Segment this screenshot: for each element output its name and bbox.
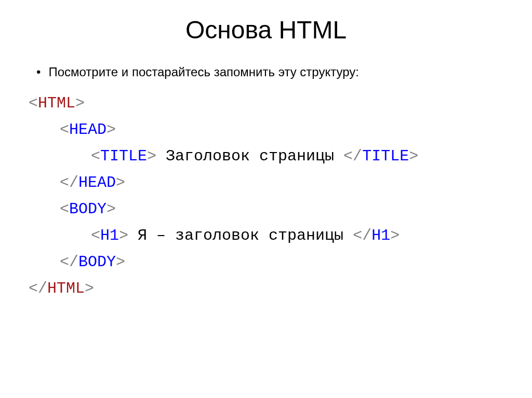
title-text: Заголовок страницы xyxy=(156,147,343,165)
code-block: <HTML> <HEAD> <TITLE> Заголовок страницы… xyxy=(26,90,506,302)
tag-title-close: TITLE xyxy=(362,147,409,165)
bracket: > xyxy=(390,227,400,244)
bracket: </ xyxy=(60,253,78,271)
bracket: > xyxy=(107,121,116,139)
code-line-7: </BODY> xyxy=(29,249,506,276)
bracket: < xyxy=(60,121,69,139)
bracket: > xyxy=(147,147,156,165)
tag-html: HTML xyxy=(38,94,75,112)
bracket: > xyxy=(75,94,85,112)
bracket: > xyxy=(116,174,125,191)
tag-head-close: HEAD xyxy=(78,174,116,191)
bracket: < xyxy=(91,147,100,165)
code-line-2: <HEAD> xyxy=(29,117,506,143)
code-line-4: </HEAD> xyxy=(29,170,506,196)
tag-html-close: HTML xyxy=(47,280,85,297)
bracket: > xyxy=(85,280,94,297)
tag-body-close: BODY xyxy=(78,253,116,271)
code-line-5: <BODY> xyxy=(29,196,506,223)
bracket: > xyxy=(107,200,116,218)
bracket: </ xyxy=(60,174,78,191)
bracket: </ xyxy=(353,227,371,244)
code-line-8: </HTML> xyxy=(29,276,506,302)
bracket: < xyxy=(29,94,38,112)
bracket: > xyxy=(119,227,128,244)
bracket: > xyxy=(409,147,418,165)
code-line-1: <HTML> xyxy=(29,90,506,117)
bullet-icon: • xyxy=(36,65,41,80)
code-line-6: <H1> Я – заголовок страницы </H1> xyxy=(29,223,506,249)
bracket: < xyxy=(60,200,69,218)
tag-h1-close: H1 xyxy=(371,227,390,244)
bracket: > xyxy=(116,253,125,271)
bracket: </ xyxy=(29,280,47,297)
bullet-text: Посмотрите и постарайтесь запомнить эту … xyxy=(48,65,358,79)
tag-h1: H1 xyxy=(100,227,119,244)
code-line-3: <TITLE> Заголовок страницы </TITLE> xyxy=(29,143,506,170)
bracket: < xyxy=(91,227,100,244)
tag-body: BODY xyxy=(69,200,107,218)
bracket: </ xyxy=(343,147,362,165)
slide-title: Основа HTML xyxy=(26,16,506,44)
bullet-item: • Посмотрите и постарайтесь запомнить эт… xyxy=(26,65,506,80)
h1-text: Я – заголовок страницы xyxy=(128,227,353,244)
tag-head: HEAD xyxy=(69,121,107,139)
tag-title: TITLE xyxy=(100,147,147,165)
